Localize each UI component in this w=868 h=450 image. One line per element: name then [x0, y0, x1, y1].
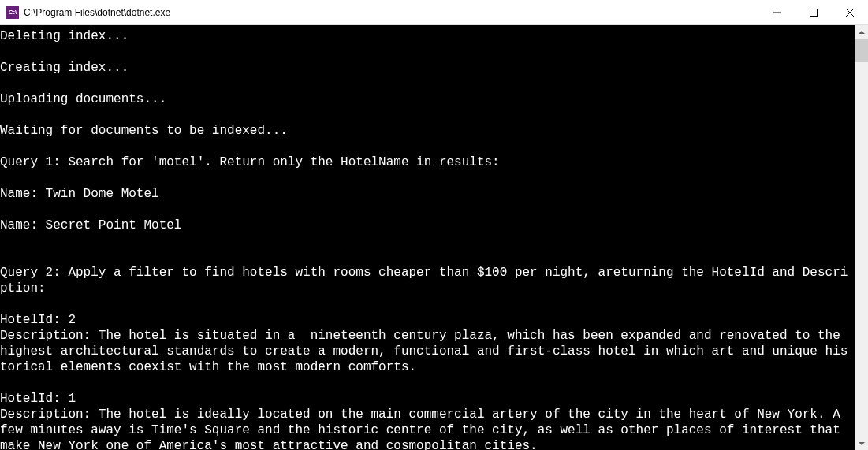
- close-button[interactable]: [832, 0, 868, 25]
- vertical-scrollbar[interactable]: [855, 25, 868, 450]
- console-output[interactable]: Deleting index... Creating index... Uplo…: [0, 25, 855, 450]
- svg-rect-1: [810, 9, 818, 17]
- minimize-button[interactable]: [759, 0, 795, 25]
- scroll-down-arrow[interactable]: [855, 437, 868, 450]
- window-controls: [759, 0, 868, 24]
- scroll-thumb[interactable]: [855, 39, 868, 62]
- app-icon: C:\: [6, 6, 19, 19]
- scroll-up-arrow[interactable]: [855, 25, 868, 39]
- console-area: Deleting index... Creating index... Uplo…: [0, 25, 868, 450]
- maximize-button[interactable]: [795, 0, 832, 25]
- window-title: C:\Program Files\dotnet\dotnet.exe: [24, 7, 759, 18]
- svg-marker-4: [859, 31, 865, 34]
- scroll-track[interactable]: [855, 39, 868, 437]
- svg-marker-5: [859, 442, 865, 445]
- titlebar: C:\ C:\Program Files\dotnet\dotnet.exe: [0, 0, 868, 25]
